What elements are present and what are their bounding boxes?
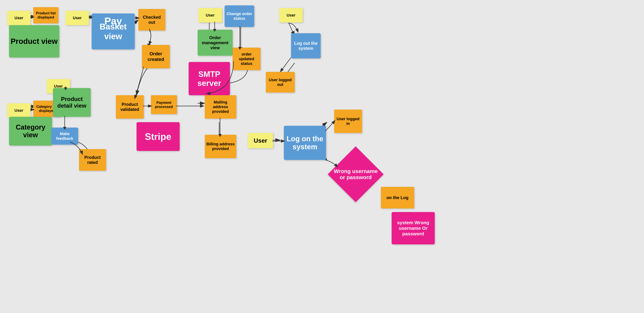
log-on-note: Log on the system [284, 126, 326, 160]
log-out-note: Log out the system [291, 33, 321, 58]
user1-note: User [7, 11, 30, 25]
billing-address-note: Billing address provided [205, 135, 236, 158]
user3-note: User [66, 11, 89, 25]
pay-label: Pay [92, 14, 135, 50]
stripe-note: Stripe [136, 122, 180, 151]
diagram-container: User Product list displayed Product view… [0, 0, 644, 313]
user7-note: User [248, 133, 273, 148]
user-logged-in-note: User logged in [334, 110, 362, 133]
product-detail-view-note: Product detail view [53, 88, 91, 117]
user2-note: User [7, 103, 30, 118]
product-view-note: Product view [9, 25, 59, 58]
payment-processed-note: Payment processed [151, 95, 177, 114]
system-wrong-password-note: system Wrong username Or password [392, 212, 435, 244]
product-list-displayed-note: Product list displayed [33, 7, 58, 23]
change-order-status-note: Change order status [224, 6, 254, 27]
user-logged-out-note: User logged out [266, 72, 294, 92]
category-view-note: Category view [9, 117, 52, 146]
on-the-log-note: on the Log [381, 187, 414, 208]
user5-note: User [198, 8, 222, 22]
